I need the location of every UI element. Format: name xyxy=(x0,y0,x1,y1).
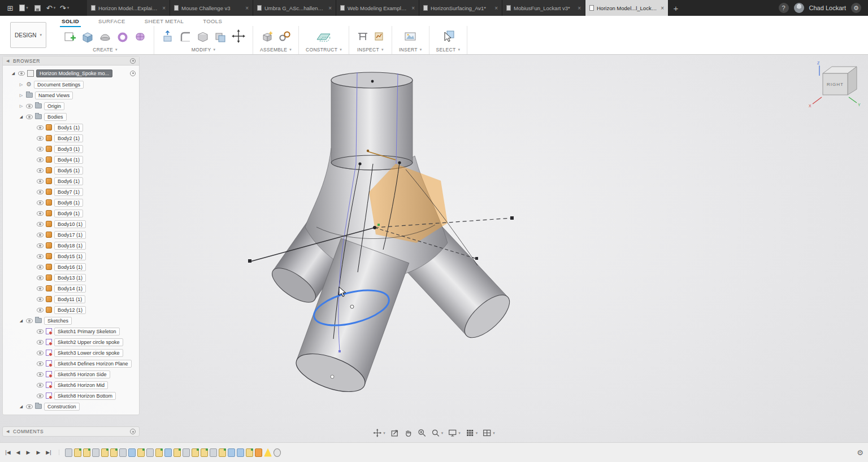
body-label[interactable]: Body8 (1) xyxy=(54,199,83,207)
visibility-eye-icon[interactable] xyxy=(37,394,44,398)
timeline-feature-icon[interactable] xyxy=(201,448,208,457)
visibility-eye-icon[interactable] xyxy=(37,158,44,162)
visibility-eye-icon[interactable] xyxy=(37,265,44,269)
tree-item-body[interactable]: Body5 (1) xyxy=(3,165,139,176)
visibility-eye-icon[interactable] xyxy=(37,308,44,312)
visibility-eye-icon[interactable] xyxy=(37,276,44,280)
tree-item-sketch[interactable]: Sketch2 Upper circle spoke xyxy=(3,337,139,347)
timeline-feature-icon[interactable] xyxy=(137,448,145,457)
sketch-label[interactable]: Sketch4 Defines Horizon Plane xyxy=(54,360,132,368)
visibility-eye-icon[interactable] xyxy=(37,211,44,216)
display-settings-icon[interactable]: ▾ xyxy=(448,429,461,437)
orbit-icon[interactable]: ▾ xyxy=(373,429,385,437)
document-tab[interactable]: HorizonSurfacing_Av1*× xyxy=(419,0,502,16)
insert-canvas-icon[interactable] xyxy=(403,29,417,46)
visibility-eye-icon[interactable] xyxy=(37,286,44,291)
look-at-icon[interactable] xyxy=(390,429,399,437)
group-label-select[interactable]: SELECT▾ xyxy=(436,47,461,53)
close-icon[interactable]: × xyxy=(161,5,166,11)
visibility-eye-icon[interactable] xyxy=(37,233,44,237)
body-label[interactable]: Body3 (1) xyxy=(54,145,83,153)
tree-item-body[interactable]: Body1 (1) xyxy=(3,122,139,133)
tree-item-body[interactable]: Body18 (1) xyxy=(3,240,139,251)
tree-label[interactable]: Origin xyxy=(44,102,64,110)
body-label[interactable]: Body13 (1) xyxy=(54,274,86,282)
focus-icon[interactable] xyxy=(130,71,136,76)
close-icon[interactable]: × xyxy=(410,5,415,11)
collapse-arrow-icon[interactable]: ◢ xyxy=(19,319,24,323)
tree-item-body[interactable]: Body4 (1) xyxy=(3,154,139,165)
timeline-feature-icon[interactable] xyxy=(101,448,108,457)
body-label[interactable]: Body4 (1) xyxy=(54,156,83,164)
tree-item-body[interactable]: Body14 (1) xyxy=(3,283,139,294)
body-label[interactable]: Body14 (1) xyxy=(54,285,86,293)
body-label[interactable]: Body2 (1) xyxy=(54,134,83,142)
tree-item-body[interactable]: Body11 (1) xyxy=(3,294,139,304)
tree-item-origin[interactable]: ▷ Origin xyxy=(3,101,139,111)
viewports-icon[interactable]: ▾ xyxy=(483,429,495,437)
new-tab-button[interactable]: + xyxy=(669,0,683,16)
root-document-label[interactable]: Horizon Modeling_Spoke mo... xyxy=(36,69,112,77)
step-forward-button[interactable] xyxy=(35,450,42,455)
body-label[interactable]: Body6 (1) xyxy=(54,177,83,185)
timeline-feature-icon[interactable] xyxy=(92,448,99,457)
create-form-icon[interactable] xyxy=(133,29,147,46)
group-label-insert[interactable]: INSERT▾ xyxy=(399,47,422,53)
collapse-panel-icon[interactable]: ◀ xyxy=(6,59,10,63)
visibility-eye-icon[interactable] xyxy=(37,254,44,259)
tree-item-named-views[interactable]: ▷ Named Views xyxy=(3,90,139,101)
tree-item-body[interactable]: Body3 (1) xyxy=(3,143,139,154)
collapse-arrow-icon[interactable]: ◢ xyxy=(19,404,24,409)
timeline-feature-icon[interactable] xyxy=(110,448,118,457)
timeline-feature-icon[interactable] xyxy=(192,448,199,457)
tree-item-body[interactable]: Body9 (1) xyxy=(3,208,139,219)
view-cube[interactable]: RIGHT Z X Y xyxy=(805,59,861,113)
visibility-eye-icon[interactable] xyxy=(37,340,44,345)
timeline-feature-icon[interactable] xyxy=(173,448,181,457)
sketch-label[interactable]: Sketch8 Horizon Bottom xyxy=(54,392,116,400)
visibility-eye-icon[interactable] xyxy=(37,201,44,205)
visibility-eye-icon[interactable] xyxy=(26,404,33,409)
create-sphere-icon[interactable] xyxy=(98,29,112,46)
user-name[interactable]: Chad Lockart xyxy=(809,5,846,11)
timeline-feature-icon[interactable] xyxy=(237,448,244,457)
press-pull-icon[interactable] xyxy=(161,29,175,46)
create-sketch-icon[interactable] xyxy=(63,29,77,46)
visibility-eye-icon[interactable] xyxy=(37,168,44,173)
tree-label[interactable]: Bodies xyxy=(44,113,67,121)
tree-item-body[interactable]: Body7 (1) xyxy=(3,186,139,197)
visibility-eye-icon[interactable] xyxy=(37,190,44,194)
body-label[interactable]: Body18 (1) xyxy=(54,242,86,250)
timeline-feature-icon[interactable] xyxy=(164,448,172,457)
group-label-construct[interactable]: CONSTRUCT▾ xyxy=(306,47,342,53)
step-back-button[interactable] xyxy=(15,450,21,455)
tree-item-sketch[interactable]: Sketch6 Horizon Mid xyxy=(3,380,139,390)
go-to-end-button[interactable] xyxy=(45,450,52,455)
document-tab[interactable]: Umbra G_ASc...hallenge v2*× xyxy=(253,0,336,16)
tree-item-body[interactable]: Body16 (1) xyxy=(3,261,139,272)
tree-item-body[interactable]: Body17 (1) xyxy=(3,229,139,240)
tree-item-sketch[interactable]: Sketch8 Horizon Bottom xyxy=(3,390,139,401)
tree-item-body[interactable]: Body10 (1) xyxy=(3,219,139,229)
timeline-feature-icon[interactable] xyxy=(264,448,272,457)
visibility-eye-icon[interactable] xyxy=(37,297,44,302)
undo-icon[interactable]: ↶▾ xyxy=(45,2,57,14)
sketch-label[interactable]: Sketch2 Upper circle spoke xyxy=(54,338,123,346)
panel-options-icon[interactable] xyxy=(130,429,136,434)
analysis-icon[interactable] xyxy=(374,29,385,46)
visibility-eye-icon[interactable] xyxy=(26,115,33,119)
body-label[interactable]: Body10 (1) xyxy=(54,220,86,228)
visibility-eye-icon[interactable] xyxy=(37,125,44,130)
body-label[interactable]: Body11 (1) xyxy=(54,295,85,303)
zoom-icon[interactable] xyxy=(418,429,426,437)
sketch-label[interactable]: Sketch1 Primary Skeleton xyxy=(54,328,120,335)
timeline-feature-icon[interactable] xyxy=(65,448,72,457)
tree-root-item[interactable]: ◢ Horizon Modeling_Spoke mo... xyxy=(3,67,139,79)
create-box-icon[interactable] xyxy=(81,29,94,46)
expand-arrow-icon[interactable]: ▷ xyxy=(19,104,24,108)
sketch-label[interactable]: Sketch3 Lower circle spoke xyxy=(54,349,123,357)
grid-snaps-icon[interactable]: ▾ xyxy=(466,429,478,437)
timeline-feature-icon[interactable] xyxy=(128,448,136,457)
tree-label[interactable]: Construction xyxy=(44,403,80,411)
document-tab[interactable]: Horizon Model...Explained v2*× xyxy=(87,0,170,16)
